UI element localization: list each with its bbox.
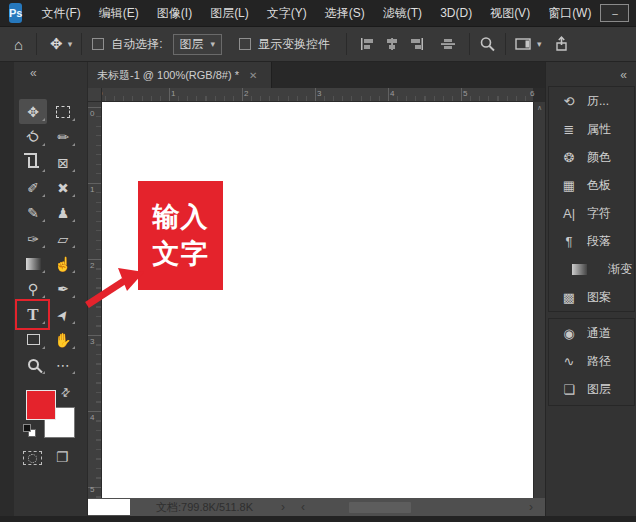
workspace-switcher-icon[interactable] [515,37,532,51]
menu-type[interactable]: 文字(Y) [258,0,316,27]
auto-select-label: 自动选择: [111,36,162,53]
auto-select-target-dropdown[interactable]: 图层 ▾ [173,34,223,55]
collapse-tools-icon[interactable]: « [30,67,37,79]
panel-label: 字符 [587,205,611,222]
divider [36,33,37,55]
canvas[interactable] [102,102,533,498]
panel-tab-paths[interactable]: ∿ 路径 [549,347,634,375]
tool-move[interactable]: ✥ [19,99,47,124]
panel-tab-patterns[interactable]: ▩ 图案 [549,283,634,311]
horizontal-scrollbar-thumb[interactable] [349,502,411,513]
document-tab[interactable]: 未标题-1 @ 100%(RGB/8#) * ✕ [88,62,272,88]
tool-zoom[interactable] [19,352,47,377]
panel-tab-layers[interactable]: ❏ 图层 [549,375,634,403]
tool-pencil[interactable]: ✎ [19,200,47,225]
tool-lasso[interactable]: Ω [19,124,47,149]
tool-brush[interactable]: ✑ [19,226,47,251]
paths-icon: ∿ [560,354,578,369]
tool-path-selection[interactable]: ➤ [49,302,77,327]
screen-mode-icon[interactable]: ❐ [56,449,69,465]
foreground-color-swatch[interactable] [26,390,56,420]
panel-tab-color[interactable]: ❂ 颜色 [549,143,634,171]
tool-eraser[interactable]: ▱ [49,226,77,251]
panel-label: 色板 [587,177,611,194]
tool-edit-toolbar[interactable]: ⋯ [49,352,77,377]
ruler-tick-label: 3 [90,337,94,346]
quick-mask-mode-icon[interactable] [23,451,42,465]
panel-label: 颜色 [587,149,611,166]
align-left-edges-icon[interactable] [359,37,375,51]
scroll-right-icon[interactable]: › [529,499,533,515]
brush-icon: ✑ [27,231,39,247]
panel-tab-properties[interactable]: ≣ 属性 [549,115,634,143]
text-layer-box[interactable]: 输入 文字 [138,181,223,290]
chevron-down-icon[interactable]: ▾ [68,39,73,49]
chevron-down-icon[interactable]: ▾ [537,39,542,49]
status-options-chevron-icon[interactable]: › [281,499,285,515]
crop-icon [28,157,39,168]
pencil-icon: ✎ [27,205,39,221]
tool-gradient[interactable] [19,251,47,276]
panel-tab-channels[interactable]: ◉ 通道 [549,319,634,347]
panel-label: 通道 [587,325,611,342]
home-icon[interactable]: ⌂ [14,36,23,53]
align-right-edges-icon[interactable] [409,37,425,51]
tool-spot-healing[interactable]: ✚ [49,175,77,200]
tool-rectangular-marquee[interactable] [49,99,77,124]
tool-smudge[interactable]: ☝ [49,251,77,276]
paragraph-icon: ¶ [560,234,578,249]
pattern-icon: ▩ [560,290,578,305]
panel-tab-character[interactable]: A| 字符 [549,199,634,227]
panel-tab-gradients[interactable]: 渐变 [549,255,634,283]
ruler-corner [88,88,102,102]
healing-brush-icon: ✚ [53,178,73,198]
panel-group-2: ◉ 通道 ∿ 路径 ❏ 图层 [548,318,635,406]
auto-select-checkbox[interactable] [92,38,104,50]
panel-label: 图案 [587,289,611,306]
collapse-panels-icon[interactable]: « [620,68,627,82]
document-tab-bar: 未标题-1 @ 100%(RGB/8#) * ✕ [88,62,545,88]
search-icon[interactable] [479,36,496,52]
clone-stamp-icon: ♟ [57,205,70,221]
minimize-button[interactable]: – [600,4,629,22]
menu-view[interactable]: 视图(V) [481,0,539,27]
menu-layer[interactable]: 图层(L) [201,0,258,27]
menu-window[interactable]: 窗口(W) [539,0,600,27]
menu-3d[interactable]: 3D(D) [431,0,481,27]
panel-tab-paragraph[interactable]: ¶ 段落 [549,227,634,255]
share-icon[interactable] [554,36,569,52]
panel-label: 渐变 [608,261,632,278]
ruler-tick-label: 4 [390,89,394,98]
ruler-tick-label: 5 [90,485,94,494]
ruler-tick-label: 3 [317,89,321,98]
tool-clone-stamp[interactable]: ♟ [49,200,77,225]
show-transform-checkbox[interactable] [239,38,251,50]
tool-frame[interactable]: ⊠ [49,150,77,175]
panel-tab-history[interactable]: ⟲ 历... [549,87,634,115]
align-vertical-centers-icon[interactable] [384,37,400,51]
tool-eyedropper[interactable]: ✐ [19,175,47,200]
menu-filter[interactable]: 滤镜(T) [374,0,431,27]
menu-select[interactable]: 选择(S) [316,0,374,27]
move-tool-icon[interactable]: ✥ [50,35,63,53]
tool-dodge[interactable]: ⚲ [19,276,47,301]
default-colors-icon[interactable] [23,424,36,437]
panel-label: 历... [587,93,609,110]
zoom-level-field[interactable] [88,499,130,515]
tool-pen[interactable]: ✒ [49,276,77,301]
panel-tab-swatches[interactable]: ▦ 色板 [549,171,634,199]
menu-file[interactable]: 文件(F) [32,0,89,27]
layers-icon: ❏ [560,382,578,397]
tool-hand[interactable]: ✋ [49,327,77,352]
close-tab-icon[interactable]: ✕ [249,70,257,81]
tool-rectangle-shape[interactable] [19,327,47,352]
scroll-left-icon[interactable]: ‹ [301,499,305,515]
tool-quick-selection[interactable]: ✏ [49,124,77,149]
distribute-centers-icon[interactable] [440,37,456,51]
tool-crop[interactable] [19,150,47,175]
character-icon: A| [560,206,578,221]
scroll-up-icon[interactable]: ∧ [534,102,545,113]
menu-image[interactable]: 图像(I) [148,0,201,27]
vertical-scrollbar[interactable]: ∧ [533,102,545,498]
menu-edit[interactable]: 编辑(E) [90,0,148,27]
